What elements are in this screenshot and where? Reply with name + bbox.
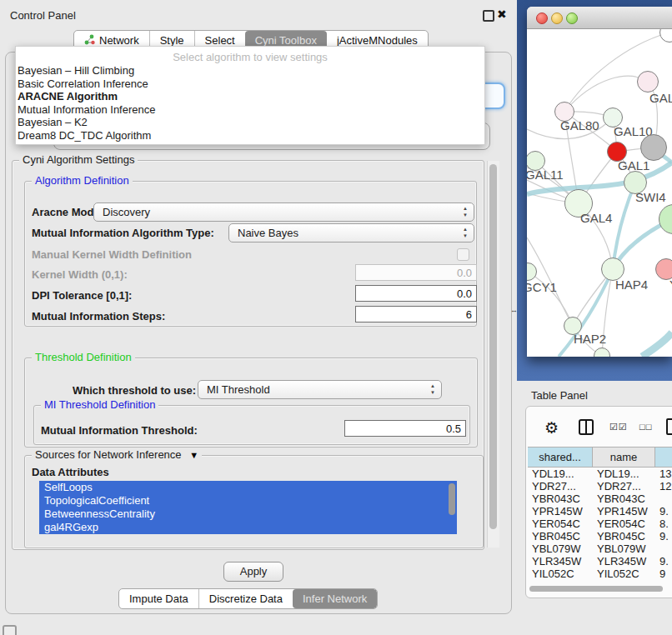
stepper-arrows-icon: ▲▼ <box>430 382 435 396</box>
network-node[interactable] <box>640 134 667 161</box>
zoom-traffic-light[interactable] <box>566 12 578 24</box>
stepper-arrows-icon: ▲▼ <box>463 205 468 218</box>
aracne-mode-value: Discovery <box>103 206 150 218</box>
mi-threshold-definition-title: MI Threshold Definition <box>41 398 158 411</box>
minimize-traffic-light[interactable] <box>551 12 563 24</box>
tab-label: Impute Data <box>129 592 188 605</box>
algorithm-option-bayesian-k2[interactable]: Bayesian – K2 <box>18 116 155 129</box>
float-window-icon[interactable] <box>483 10 494 22</box>
tab-infer-network[interactable]: Infer Network <box>293 589 377 608</box>
table-cell: YBL079W <box>593 542 655 555</box>
column-split-icon[interactable] <box>579 419 594 435</box>
node-table: shared...name YDL19...YDL19...13YDR27...… <box>528 447 672 581</box>
table-file-icon[interactable] <box>666 418 672 435</box>
which-threshold-label: Which threshold to use: <box>73 384 196 397</box>
cyni-bottom-tabbar: Impute DataDiscretize DataInfer Network <box>118 588 378 609</box>
table-row[interactable]: YIL052CYIL052C9 <box>528 568 672 580</box>
kernel-width-field[interactable] <box>355 264 477 281</box>
attribute-item-selfloops[interactable]: SelfLoops <box>39 481 457 494</box>
algorithm-option-basic-correlation-inference[interactable]: Basic Correlation Inference <box>18 78 155 91</box>
node-label: GAL <box>649 91 672 105</box>
table-row[interactable]: YDR27...YDR27...12 <box>528 480 672 492</box>
tab-label: Infer Network <box>303 592 367 605</box>
table-cell: YBR043C <box>528 492 593 505</box>
algorithm-option-mutual-information-inference[interactable]: Mutual Information Inference <box>18 103 155 117</box>
kernel-width-label: Kernel Width (0,1): <box>32 268 128 281</box>
tab-impute-data[interactable]: Impute Data <box>119 589 198 608</box>
table-row[interactable]: YBR045CYBR045C9. <box>528 530 672 542</box>
network-view-window: GALGAL80GAL10GAL1GAL11SWI4GAL4GCY1HAP4YH… <box>527 7 672 357</box>
table-cell: YER054C <box>528 518 593 530</box>
table-horizontal-scrollbar[interactable] <box>529 586 663 592</box>
table-cell: 8. <box>655 518 672 530</box>
algorithm-option-aracne-algorithm[interactable]: ARACNE Algorithm <box>18 90 155 103</box>
sources-group: Sources for Network Inference ▼ Data Att… <box>24 455 484 548</box>
aracne-mode-combobox[interactable]: Discovery ▲▼ <box>93 202 474 222</box>
table-cell: 9. <box>655 505 672 518</box>
table-cell: 9. <box>655 530 672 542</box>
tab-label: Select <box>205 34 235 47</box>
algorithm-option-dream8-dc-tdc-algorithm[interactable]: Dream8 DC_TDC Algorithm <box>18 129 155 142</box>
control-panel-header: Control Panel ✖ <box>0 0 517 25</box>
mi-threshold-definition-group: MI Threshold Definition Mutual Informati… <box>33 405 470 445</box>
table-row[interactable]: YDL19...YDL19...13 <box>528 468 672 480</box>
table-cell: 13 <box>655 468 672 480</box>
table-panel-body: ⚙ ☑☑ □□ shared...name YDL19...YDL19...13… <box>525 406 672 598</box>
node-label: HAP2 <box>574 332 606 346</box>
table-cell: YDR27... <box>593 480 655 492</box>
network-window-titlebar <box>527 7 672 29</box>
attribute-item-gal4rgexp[interactable]: gal4RGexp <box>39 521 457 534</box>
column-header-shared[interactable]: shared... <box>528 448 593 467</box>
mi-threshold-field[interactable] <box>344 420 466 437</box>
network-canvas[interactable]: GALGAL80GAL10GAL1GAL11SWI4GAL4GCY1HAP4YH… <box>527 29 672 357</box>
table-row[interactable]: YPR145WYPR145W9. <box>528 505 672 518</box>
mi-steps-field[interactable] <box>355 306 477 322</box>
dpi-tolerance-field[interactable] <box>355 285 477 302</box>
table-cell: YDR27... <box>528 480 593 492</box>
table-row[interactable]: YER054CYER054C8. <box>528 518 672 530</box>
table-cell: YLR345W <box>528 555 593 568</box>
table-panel: Table Panel ⚙ ☑☑ □□ shared...name YDL19.… <box>517 381 672 635</box>
table-rows: YDL19...YDL19...13YDR27...YDR27...12YBR0… <box>528 468 672 581</box>
column-header-3[interactable] <box>655 448 672 467</box>
table-cell: YDL19... <box>528 468 593 480</box>
algorithm-option-bayesian-hill-climbing[interactable]: Bayesian – Hill Climbing <box>18 64 155 78</box>
table-row[interactable]: YBL079WYBL079W <box>528 542 672 555</box>
table-panel-title: Table Panel <box>531 389 588 402</box>
algorithm-dropdown-placeholder: Select algorithm to view settings <box>16 51 484 63</box>
tab-discretize-data[interactable]: Discretize Data <box>198 589 293 608</box>
table-cell: YBR043C <box>593 492 655 505</box>
table-row[interactable]: YLR345WYLR345W9. <box>528 555 672 568</box>
algorithm-definition-group: Algorithm Definition Aracne Mode: Discov… <box>24 181 477 327</box>
select-all-checkboxes-icon[interactable]: ☑☑ <box>609 422 628 432</box>
table-cell: YPR145W <box>528 505 593 518</box>
manual-kernel-width-checkbox[interactable] <box>457 248 469 261</box>
expanded-arrow-icon[interactable]: ▼ <box>189 450 198 460</box>
attribute-item-topologicalcoefficient[interactable]: TopologicalCoefficient <box>39 494 457 508</box>
algorithm-definition-title: Algorithm Definition <box>32 174 133 187</box>
table-row[interactable]: YBR043CYBR043C <box>528 492 672 505</box>
minimized-panel-icon[interactable] <box>3 625 17 635</box>
close-traffic-light[interactable] <box>536 12 548 24</box>
data-attributes-list: SelfLoopsTopologicalCoefficientBetweenne… <box>39 481 457 536</box>
which-threshold-value: MI Threshold <box>207 383 270 396</box>
table-cell: 12 <box>655 480 672 492</box>
network-node-gal[interactable] <box>637 71 659 92</box>
mi-algorithm-type-label: Mutual Information Algorithm Type: <box>32 227 214 239</box>
gear-icon[interactable]: ⚙ <box>544 418 559 438</box>
tab-label: jActiveMNodules <box>337 34 418 47</box>
table-cell: YER054C <box>593 518 655 530</box>
column-header-name[interactable]: name <box>593 448 655 467</box>
which-threshold-combobox[interactable]: MI Threshold ▲▼ <box>198 380 442 399</box>
close-icon[interactable]: ✖ <box>497 8 507 21</box>
deselect-all-checkboxes-icon[interactable]: □□ <box>639 422 652 432</box>
table-cell: YBL079W <box>528 542 593 555</box>
attributes-list-scrollbar[interactable] <box>449 483 455 515</box>
apply-button[interactable]: Apply <box>223 562 283 582</box>
settings-vertical-scrollbar[interactable] <box>487 161 499 548</box>
algorithm-dropdown-items: Bayesian – Hill ClimbingBasic Correlatio… <box>18 64 155 142</box>
mi-algorithm-type-combobox[interactable]: Naive Bayes ▲▼ <box>228 223 474 242</box>
tab-label: Cyni Toolbox <box>255 34 317 47</box>
attribute-item-betweennesscentrality[interactable]: BetweennessCentrality <box>39 508 457 521</box>
table-cell <box>655 542 672 555</box>
